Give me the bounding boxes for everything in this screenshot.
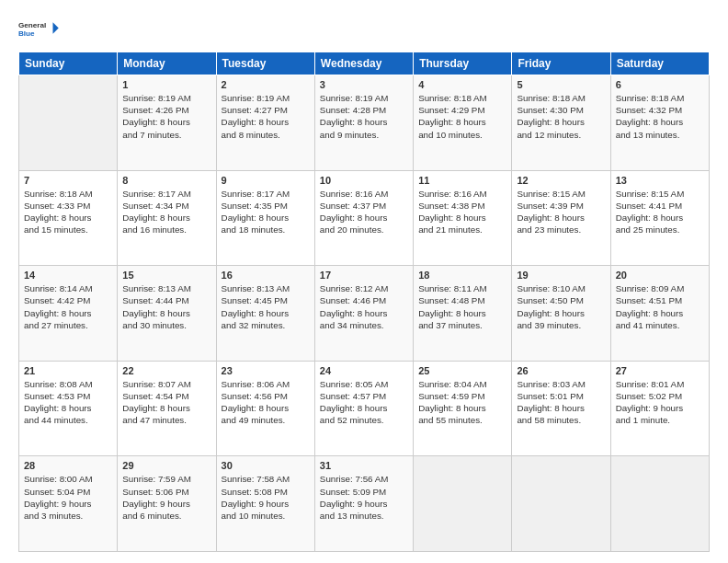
day-number: 12 — [517, 175, 605, 186]
day-number: 24 — [320, 365, 408, 376]
day-number: 19 — [517, 270, 605, 281]
column-header-friday: Friday — [512, 52, 610, 75]
day-number: 9 — [222, 175, 310, 186]
day-number: 15 — [122, 270, 210, 281]
calendar-cell: 7Sunrise: 8:18 AMSunset: 4:33 PMDaylight… — [19, 170, 118, 266]
day-info: Sunrise: 8:00 AMSunset: 5:04 PMDaylight:… — [24, 473, 112, 522]
header: GeneralBlue — [18, 15, 710, 42]
day-number: 17 — [320, 270, 408, 281]
calendar-cell: 13Sunrise: 8:15 AMSunset: 4:41 PMDayligh… — [610, 170, 709, 266]
day-number: 7 — [24, 175, 112, 186]
day-info: Sunrise: 8:01 AMSunset: 5:02 PMDaylight:… — [616, 378, 704, 427]
svg-text:General: General — [18, 21, 46, 29]
day-info: Sunrise: 8:13 AMSunset: 4:44 PMDaylight:… — [122, 282, 210, 331]
calendar-cell: 18Sunrise: 8:11 AMSunset: 4:48 PMDayligh… — [414, 266, 512, 362]
day-number: 2 — [222, 79, 310, 90]
day-number: 10 — [320, 175, 408, 186]
day-info: Sunrise: 8:06 AMSunset: 4:56 PMDaylight:… — [222, 378, 310, 427]
day-info: Sunrise: 8:08 AMSunset: 4:53 PMDaylight:… — [24, 378, 112, 427]
calendar-cell: 23Sunrise: 8:06 AMSunset: 4:56 PMDayligh… — [216, 361, 314, 456]
day-info: Sunrise: 8:11 AMSunset: 4:48 PMDaylight:… — [418, 282, 506, 331]
day-info: Sunrise: 8:18 AMSunset: 4:32 PMDaylight:… — [616, 92, 704, 141]
calendar-cell: 1Sunrise: 8:19 AMSunset: 4:26 PMDaylight… — [118, 75, 216, 171]
calendar-cell: 25Sunrise: 8:04 AMSunset: 4:59 PMDayligh… — [414, 361, 512, 456]
calendar-cell — [610, 456, 709, 552]
day-number: 3 — [320, 79, 408, 90]
day-info: Sunrise: 8:17 AMSunset: 4:34 PMDaylight:… — [122, 188, 210, 236]
day-number: 18 — [418, 270, 506, 281]
day-info: Sunrise: 8:18 AMSunset: 4:29 PMDaylight:… — [418, 92, 506, 141]
logo: GeneralBlue — [18, 15, 64, 42]
calendar-cell: 19Sunrise: 8:10 AMSunset: 4:50 PMDayligh… — [512, 266, 610, 362]
day-info: Sunrise: 8:16 AMSunset: 4:37 PMDaylight:… — [320, 188, 408, 236]
day-number: 1 — [122, 79, 210, 90]
day-info: Sunrise: 8:13 AMSunset: 4:45 PMDaylight:… — [222, 282, 310, 331]
calendar-cell: 17Sunrise: 8:12 AMSunset: 4:46 PMDayligh… — [314, 266, 413, 362]
calendar-cell: 30Sunrise: 7:58 AMSunset: 5:08 PMDayligh… — [216, 456, 314, 552]
day-info: Sunrise: 8:15 AMSunset: 4:39 PMDaylight:… — [517, 188, 605, 236]
svg-text:Blue: Blue — [18, 29, 35, 38]
day-number: 30 — [222, 460, 310, 471]
day-info: Sunrise: 8:12 AMSunset: 4:46 PMDaylight:… — [320, 282, 408, 331]
day-info: Sunrise: 8:17 AMSunset: 4:35 PMDaylight:… — [222, 188, 310, 236]
calendar-cell: 31Sunrise: 7:56 AMSunset: 5:09 PMDayligh… — [314, 456, 413, 552]
calendar-cell: 15Sunrise: 8:13 AMSunset: 4:44 PMDayligh… — [118, 266, 216, 362]
calendar-cell: 29Sunrise: 7:59 AMSunset: 5:06 PMDayligh… — [118, 456, 216, 552]
column-header-thursday: Thursday — [414, 52, 512, 75]
day-number: 22 — [122, 365, 210, 376]
day-number: 25 — [418, 365, 506, 376]
calendar-cell: 11Sunrise: 8:16 AMSunset: 4:38 PMDayligh… — [414, 170, 512, 266]
day-info: Sunrise: 8:05 AMSunset: 4:57 PMDaylight:… — [320, 378, 408, 427]
day-number: 11 — [418, 175, 506, 186]
calendar-cell: 16Sunrise: 8:13 AMSunset: 4:45 PMDayligh… — [216, 266, 314, 362]
day-number: 13 — [616, 175, 704, 186]
calendar-cell: 2Sunrise: 8:19 AMSunset: 4:27 PMDaylight… — [216, 75, 314, 171]
svg-marker-2 — [53, 22, 59, 34]
day-info: Sunrise: 7:56 AMSunset: 5:09 PMDaylight:… — [320, 473, 408, 522]
day-info: Sunrise: 8:16 AMSunset: 4:38 PMDaylight:… — [418, 188, 506, 236]
column-header-sunday: Sunday — [19, 52, 118, 75]
column-header-monday: Monday — [118, 52, 216, 75]
calendar-cell: 6Sunrise: 8:18 AMSunset: 4:32 PMDaylight… — [610, 75, 709, 171]
calendar-cell: 28Sunrise: 8:00 AMSunset: 5:04 PMDayligh… — [19, 456, 118, 552]
day-number: 5 — [517, 79, 605, 90]
day-info: Sunrise: 8:03 AMSunset: 5:01 PMDaylight:… — [517, 378, 605, 427]
day-info: Sunrise: 8:18 AMSunset: 4:30 PMDaylight:… — [517, 92, 605, 141]
calendar-cell: 22Sunrise: 8:07 AMSunset: 4:54 PMDayligh… — [118, 361, 216, 456]
logo-icon: GeneralBlue — [18, 15, 64, 42]
day-number: 16 — [222, 270, 310, 281]
calendar-cell — [414, 456, 512, 552]
calendar-cell — [19, 75, 118, 171]
calendar-page: GeneralBlue SundayMondayTuesdayWednesday… — [0, 0, 728, 563]
calendar-cell: 21Sunrise: 8:08 AMSunset: 4:53 PMDayligh… — [19, 361, 118, 456]
day-number: 27 — [616, 365, 704, 376]
day-info: Sunrise: 8:19 AMSunset: 4:28 PMDaylight:… — [320, 92, 408, 141]
day-info: Sunrise: 8:04 AMSunset: 4:59 PMDaylight:… — [418, 378, 506, 427]
calendar-cell: 24Sunrise: 8:05 AMSunset: 4:57 PMDayligh… — [314, 361, 413, 456]
calendar-cell: 9Sunrise: 8:17 AMSunset: 4:35 PMDaylight… — [216, 170, 314, 266]
day-info: Sunrise: 8:14 AMSunset: 4:42 PMDaylight:… — [24, 282, 112, 331]
column-header-saturday: Saturday — [610, 52, 709, 75]
day-info: Sunrise: 7:59 AMSunset: 5:06 PMDaylight:… — [122, 473, 210, 522]
day-info: Sunrise: 8:10 AMSunset: 4:50 PMDaylight:… — [517, 282, 605, 331]
day-number: 28 — [24, 460, 112, 471]
calendar-cell: 4Sunrise: 8:18 AMSunset: 4:29 PMDaylight… — [414, 75, 512, 171]
day-number: 14 — [24, 270, 112, 281]
calendar-cell: 26Sunrise: 8:03 AMSunset: 5:01 PMDayligh… — [512, 361, 610, 456]
day-info: Sunrise: 8:09 AMSunset: 4:51 PMDaylight:… — [616, 282, 704, 331]
calendar-cell: 20Sunrise: 8:09 AMSunset: 4:51 PMDayligh… — [610, 266, 709, 362]
day-number: 29 — [122, 460, 210, 471]
column-header-wednesday: Wednesday — [314, 52, 413, 75]
day-number: 6 — [616, 79, 704, 90]
day-info: Sunrise: 8:18 AMSunset: 4:33 PMDaylight:… — [24, 188, 112, 236]
day-info: Sunrise: 8:19 AMSunset: 4:27 PMDaylight:… — [222, 92, 310, 141]
day-info: Sunrise: 8:19 AMSunset: 4:26 PMDaylight:… — [122, 92, 210, 141]
day-number: 26 — [517, 365, 605, 376]
day-info: Sunrise: 8:07 AMSunset: 4:54 PMDaylight:… — [122, 378, 210, 427]
day-number: 8 — [122, 175, 210, 186]
day-number: 4 — [418, 79, 506, 90]
calendar-cell: 27Sunrise: 8:01 AMSunset: 5:02 PMDayligh… — [610, 361, 709, 456]
calendar-cell: 8Sunrise: 8:17 AMSunset: 4:34 PMDaylight… — [118, 170, 216, 266]
calendar-cell: 14Sunrise: 8:14 AMSunset: 4:42 PMDayligh… — [19, 266, 118, 362]
calendar-cell: 10Sunrise: 8:16 AMSunset: 4:37 PMDayligh… — [314, 170, 413, 266]
